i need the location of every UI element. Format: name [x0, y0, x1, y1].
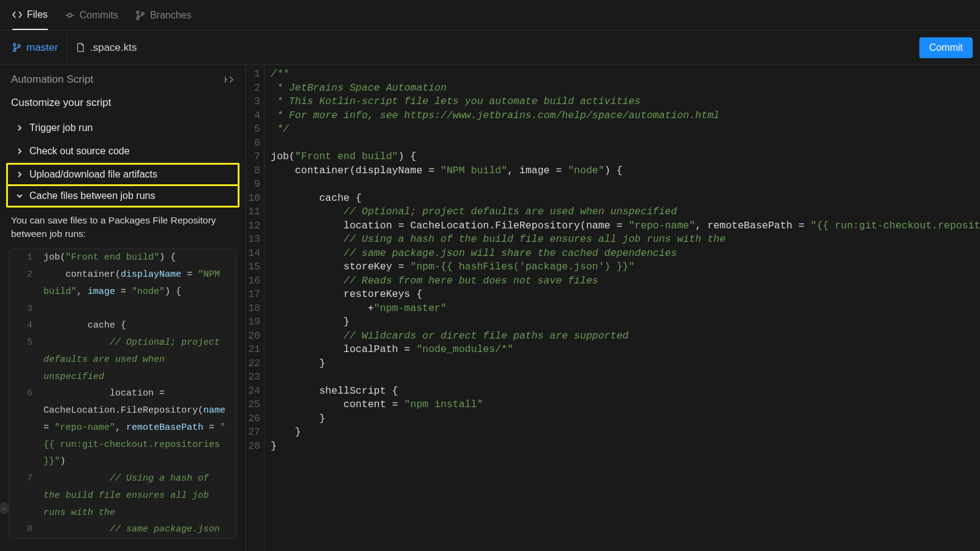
file-path[interactable]: .space.kts: [67, 42, 146, 54]
tab-branches[interactable]: Branches: [135, 0, 192, 30]
sidebar: Automation Script Customize your script …: [0, 65, 246, 551]
chevron-down-icon: [16, 192, 23, 200]
branch-name: master: [26, 42, 58, 54]
branch-selector[interactable]: master: [7, 31, 67, 65]
code-snippet[interactable]: 1job("Front end build") {2 container(dis…: [9, 249, 237, 539]
sidebar-title: Automation Script: [11, 73, 93, 86]
accordion-label: Check out source code: [29, 146, 130, 157]
accordion-cache-files[interactable]: Cache files between job runs: [6, 184, 239, 208]
svg-point-4: [13, 43, 16, 46]
chevron-right-icon: [16, 148, 23, 155]
svg-point-1: [137, 11, 139, 13]
branch-icon: [135, 10, 145, 20]
svg-point-5: [13, 49, 16, 51]
sidebar-subtitle: Customize your script: [0, 92, 246, 116]
accordion-label: Upload/download file artifacts: [29, 169, 157, 180]
expand-handle[interactable]: ‹: [0, 502, 9, 514]
code-editor[interactable]: 1234567891011121314151617181920212223242…: [246, 65, 980, 551]
tab-branches-label: Branches: [150, 10, 192, 21]
accordion-label: Trigger job run: [29, 122, 92, 133]
accordion-upload-artifacts[interactable]: Upload/download file artifacts: [6, 163, 239, 186]
accordion-checkout[interactable]: Check out source code: [0, 140, 246, 163]
svg-point-3: [141, 12, 144, 15]
accordion-trigger-job[interactable]: Trigger job run: [0, 116, 246, 140]
file-icon: [76, 43, 85, 52]
sidebar-help-text: You can save files to a Packages File Re…: [0, 208, 246, 249]
file-name: .space.kts: [90, 42, 137, 54]
branch-small-icon: [12, 43, 21, 52]
tab-commits[interactable]: Commits: [65, 0, 118, 30]
svg-point-0: [68, 13, 72, 17]
tab-commits-label: Commits: [80, 10, 118, 21]
subbar: master .space.kts Commit: [0, 31, 980, 65]
commit-button[interactable]: Commit: [919, 37, 973, 58]
chevron-right-icon: [16, 171, 23, 178]
chevron-right-icon: [16, 124, 23, 132]
top-tabs: Files Commits Branches: [0, 0, 980, 31]
svg-point-2: [137, 17, 139, 20]
tab-files[interactable]: Files: [12, 0, 48, 30]
svg-point-6: [18, 45, 20, 47]
code-icon: [12, 10, 22, 20]
collapse-icon[interactable]: [224, 75, 235, 84]
editor-code[interactable]: /** * JetBrains Space Automation * This …: [265, 65, 980, 551]
accordion-label: Cache files between job runs: [29, 190, 155, 201]
editor-gutter: 1234567891011121314151617181920212223242…: [246, 65, 265, 551]
commit-icon: [65, 10, 75, 20]
tab-files-label: Files: [27, 9, 48, 20]
